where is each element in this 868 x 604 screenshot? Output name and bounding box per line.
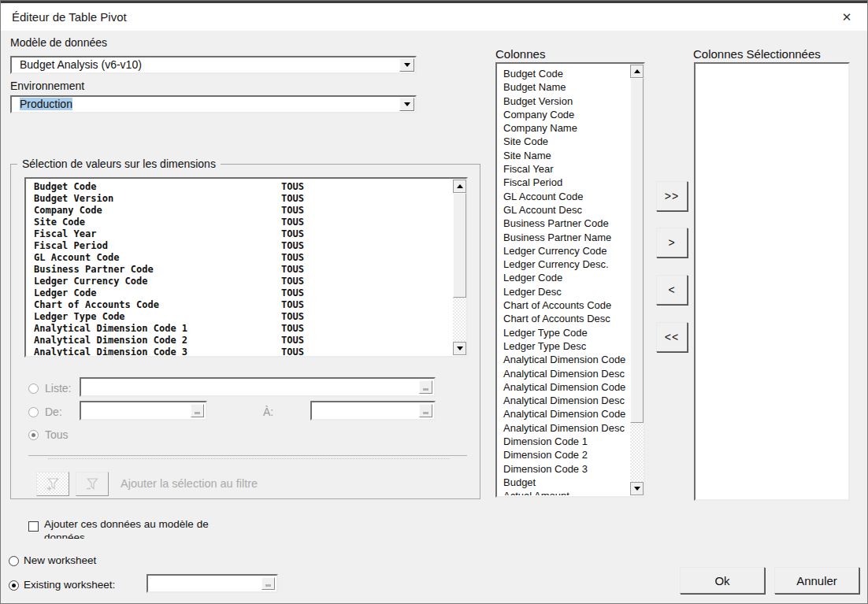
chevron-down-icon bbox=[404, 63, 410, 67]
column-list-item[interactable]: Budget Version bbox=[497, 94, 630, 108]
environment-combobox[interactable]: Production bbox=[10, 95, 417, 113]
scroll-up-button[interactable] bbox=[453, 180, 466, 193]
column-list-item[interactable]: Fiscal Period bbox=[497, 176, 630, 189]
dimension-row[interactable]: Fiscal Period TOUS bbox=[26, 240, 453, 252]
column-list-item[interactable]: Actual Amount bbox=[497, 489, 630, 495]
column-list-item[interactable]: Budget Code bbox=[497, 67, 630, 80]
page-title: Éditeur de Table Pivot bbox=[12, 3, 127, 31]
column-list-item[interactable]: Analytical Dimension Desc bbox=[497, 394, 630, 407]
columns-list-scrollbar[interactable] bbox=[630, 65, 644, 495]
environment-dropdown-button[interactable] bbox=[399, 98, 414, 111]
column-list-item[interactable]: Company Code bbox=[497, 108, 630, 121]
existing-worksheet-field[interactable] bbox=[147, 574, 278, 593]
dimension-row[interactable]: GL Account Code TOUS bbox=[26, 252, 453, 264]
worksheet-browse-button[interactable] bbox=[262, 577, 275, 590]
column-list-item[interactable]: Ledger Type Desc bbox=[497, 339, 630, 353]
ellipsis-icon bbox=[423, 412, 428, 414]
cancel-button[interactable]: Annuler bbox=[774, 567, 859, 594]
scrollbar-thumb[interactable] bbox=[630, 78, 644, 423]
dimension-name: Analytical Dimension Code 3 bbox=[26, 346, 281, 356]
column-list-item[interactable]: Business Partner Code bbox=[497, 217, 630, 230]
de-radio bbox=[28, 407, 39, 417]
dimension-row[interactable]: Site Code TOUS bbox=[26, 217, 453, 228]
add-to-data-model-label: Ajouter ces données au modèle de données bbox=[44, 517, 217, 539]
ellipsis-icon bbox=[195, 412, 200, 414]
column-list-item[interactable]: GL Account Code bbox=[497, 190, 630, 203]
close-icon: ✕ bbox=[842, 10, 852, 24]
a-label: À: bbox=[263, 406, 273, 418]
column-list-item[interactable]: Analytical Dimension Code bbox=[497, 380, 630, 394]
column-list-item[interactable]: Dimension Code 2 bbox=[497, 448, 630, 461]
dimension-row[interactable]: Budget Code TOUS bbox=[26, 181, 453, 193]
dimension-value: TOUS bbox=[281, 335, 304, 346]
column-list-item[interactable]: Ledger Desc bbox=[497, 285, 630, 298]
dimension-row[interactable]: Budget Version TOUS bbox=[26, 193, 453, 205]
add-column-button[interactable]: > bbox=[656, 228, 688, 258]
scroll-down-button[interactable] bbox=[453, 342, 466, 355]
data-model-dropdown-button[interactable] bbox=[399, 58, 414, 72]
selected-columns-label: Colonnes Sélectionnées bbox=[693, 47, 821, 61]
column-list-item[interactable]: Analytical Dimension Code bbox=[497, 353, 630, 366]
column-list-item[interactable]: Ledger Code bbox=[497, 271, 630, 284]
existing-worksheet-radio[interactable] bbox=[9, 580, 19, 591]
data-model-label: Modèle de données bbox=[10, 36, 107, 49]
column-list-item[interactable]: Fiscal Year bbox=[497, 162, 630, 176]
dimension-values-list[interactable]: Budget Code TOUS Budget Version TOUS Com… bbox=[24, 177, 468, 358]
filter-remove-icon bbox=[85, 477, 100, 491]
scroll-up-button[interactable] bbox=[630, 65, 644, 78]
dimension-list-scrollbar[interactable] bbox=[453, 180, 466, 355]
column-list-item[interactable]: Chart of Accounts Code bbox=[497, 298, 630, 312]
column-list-item[interactable]: Ledger Type Code bbox=[497, 326, 630, 339]
columns-listbox[interactable]: Budget CodeBudget NameBudget VersionComp… bbox=[495, 62, 645, 498]
column-list-item[interactable]: Ledger Currency Desc. bbox=[497, 258, 630, 271]
column-list-item[interactable]: Business Partner Name bbox=[497, 231, 630, 244]
dimension-row[interactable]: Ledger Type Code TOUS bbox=[26, 311, 453, 323]
column-list-item[interactable]: Site Name bbox=[497, 149, 630, 162]
remove-filter-button bbox=[76, 472, 109, 496]
column-list-item[interactable]: Analytical Dimension Desc bbox=[497, 367, 630, 380]
dimension-value: TOUS bbox=[281, 323, 304, 335]
liste-radio bbox=[28, 384, 39, 394]
separator-dots bbox=[48, 458, 450, 459]
dimension-name: Ledger Code bbox=[26, 287, 281, 299]
data-model-combobox[interactable]: Budget Analysis (v6-v10) bbox=[10, 56, 417, 74]
scrollbar-thumb[interactable] bbox=[453, 193, 466, 298]
remove-all-columns-button[interactable]: << bbox=[656, 322, 688, 352]
liste-browse-button bbox=[419, 380, 432, 394]
dimension-value: TOUS bbox=[281, 346, 304, 356]
dimension-row[interactable]: Analytical Dimension Code 3 TOUS bbox=[26, 346, 453, 356]
dimension-row[interactable]: Chart of Accounts Code TOUS bbox=[26, 299, 453, 311]
dimension-row[interactable]: Ledger Code TOUS bbox=[26, 287, 453, 299]
liste-field bbox=[80, 377, 436, 397]
scroll-down-button[interactable] bbox=[630, 482, 644, 495]
column-list-item[interactable]: Budget bbox=[497, 476, 630, 489]
add-all-columns-button[interactable]: >> bbox=[656, 181, 688, 211]
dimension-row[interactable]: Analytical Dimension Code 2 TOUS bbox=[26, 335, 453, 346]
dimension-row[interactable]: Ledger Currency Code TOUS bbox=[26, 276, 453, 287]
selected-columns-listbox[interactable] bbox=[694, 62, 850, 501]
dimension-row[interactable]: Company Code TOUS bbox=[26, 205, 453, 217]
add-to-data-model-checkbox[interactable] bbox=[28, 521, 39, 532]
dimension-value: TOUS bbox=[281, 287, 304, 299]
column-list-item[interactable]: Budget Name bbox=[497, 80, 630, 94]
new-worksheet-radio[interactable] bbox=[9, 556, 19, 566]
column-list-item[interactable]: Ledger Currency Code bbox=[497, 244, 630, 258]
radio-dot bbox=[32, 433, 35, 437]
column-list-item[interactable]: Company Name bbox=[497, 121, 630, 135]
dimension-row[interactable]: Fiscal Year TOUS bbox=[26, 228, 453, 240]
scroll-down-icon bbox=[634, 487, 640, 491]
ellipsis-icon bbox=[423, 388, 428, 391]
column-list-item[interactable]: Dimension Code 3 bbox=[497, 462, 630, 476]
close-button[interactable]: ✕ bbox=[831, 3, 862, 31]
column-list-item[interactable]: Site Code bbox=[497, 135, 630, 148]
separator bbox=[28, 455, 467, 456]
column-list-item[interactable]: Chart of Accounts Desc bbox=[497, 312, 630, 325]
column-list-item[interactable]: Dimension Code 1 bbox=[497, 435, 630, 448]
ok-button[interactable]: Ok bbox=[680, 567, 765, 594]
dimension-row[interactable]: Analytical Dimension Code 1 TOUS bbox=[26, 323, 453, 335]
dimension-row[interactable]: Business Partner Code TOUS bbox=[26, 264, 453, 276]
remove-column-button[interactable]: < bbox=[656, 275, 688, 305]
column-list-item[interactable]: GL Account Desc bbox=[497, 203, 630, 217]
column-list-item[interactable]: Analytical Dimension Desc bbox=[497, 421, 630, 435]
column-list-item[interactable]: Analytical Dimension Code bbox=[497, 407, 630, 421]
